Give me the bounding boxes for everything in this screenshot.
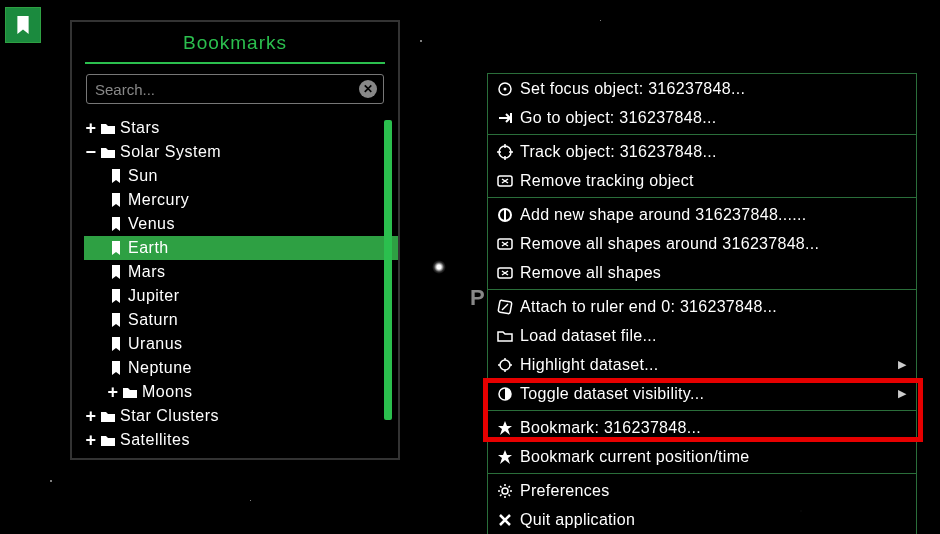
menu-item-label: Remove all shapes: [520, 264, 661, 282]
menu-item[interactable]: Attach to ruler end 0: 316237848...: [488, 292, 916, 321]
expander-icon[interactable]: +: [106, 383, 120, 401]
tree-label: Mercury: [128, 191, 189, 209]
tree-label: Jupiter: [128, 287, 180, 305]
remove-icon: [496, 172, 514, 190]
menu-item-label: Toggle dataset visibility...: [520, 385, 704, 403]
bookmark-icon: [108, 192, 124, 208]
menu-item[interactable]: Preferences: [488, 476, 916, 505]
tree-label: Star Clusters: [120, 407, 219, 425]
tree-item[interactable]: Earth: [84, 236, 398, 260]
bookmark-icon: [108, 264, 124, 280]
target-icon: [496, 80, 514, 98]
bookmark-tree: +Stars−Solar SystemSunMercuryVenusEarthM…: [72, 112, 398, 450]
crosshair-icon: [496, 143, 514, 161]
tree-label: Earth: [128, 239, 169, 257]
menu-item[interactable]: Load dataset file...: [488, 321, 916, 350]
menu-item[interactable]: Highlight dataset...▶: [488, 350, 916, 379]
ruler-icon: [496, 298, 514, 316]
tree-label: Stars: [120, 119, 160, 137]
remove-icon: [496, 235, 514, 253]
menu-separator: [488, 134, 916, 135]
tree-label: Mars: [128, 263, 166, 281]
tree-folder[interactable]: −Solar System: [84, 140, 398, 164]
tree-folder[interactable]: +Star Clusters: [84, 404, 398, 428]
expander-icon[interactable]: −: [84, 143, 98, 161]
menu-item[interactable]: Add new shape around 316237848......: [488, 200, 916, 229]
menu-item-label: Remove tracking object: [520, 172, 694, 190]
menu-separator: [488, 289, 916, 290]
menu-item[interactable]: Track object: 316237848...: [488, 137, 916, 166]
menu-item-label: Attach to ruler end 0: 316237848...: [520, 298, 777, 316]
tree-label: Moons: [142, 383, 193, 401]
menu-item-label: Highlight dataset...: [520, 356, 659, 374]
menu-item-label: Load dataset file...: [520, 327, 657, 345]
tree-label: Neptune: [128, 359, 192, 377]
tree-item[interactable]: Neptune: [84, 356, 398, 380]
star-icon: [496, 448, 514, 466]
search-input[interactable]: [87, 81, 359, 98]
tree-item[interactable]: Mars: [84, 260, 398, 284]
menu-item[interactable]: Set focus object: 316237848...: [488, 74, 916, 103]
tree-label: Sun: [128, 167, 158, 185]
menu-item-label: Go to object: 316237848...: [520, 109, 716, 127]
menu-item[interactable]: Remove tracking object: [488, 166, 916, 195]
svg-point-9: [500, 360, 510, 370]
bookmark-icon: [108, 288, 124, 304]
toggle-icon: [496, 385, 514, 403]
menu-item-label: Quit application: [520, 511, 635, 529]
panel-title: Bookmarks: [72, 22, 398, 62]
submenu-arrow-icon: ▶: [898, 358, 906, 371]
remove-icon: [496, 264, 514, 282]
tree-label: Uranus: [128, 335, 183, 353]
context-menu: Set focus object: 316237848...Go to obje…: [487, 73, 917, 534]
search-box[interactable]: ✕: [86, 74, 384, 104]
goto-icon: [496, 109, 514, 127]
svg-point-1: [504, 87, 507, 90]
folder-icon: [100, 120, 116, 136]
folder-icon: [100, 432, 116, 448]
bookmark-icon: [14, 14, 32, 36]
tree-item[interactable]: Venus: [84, 212, 398, 236]
tree-item[interactable]: Jupiter: [84, 284, 398, 308]
svg-rect-2: [510, 113, 512, 123]
menu-separator: [488, 197, 916, 198]
expander-icon[interactable]: +: [84, 119, 98, 137]
submenu-arrow-icon: ▶: [898, 387, 906, 400]
menu-item[interactable]: Bookmark: 316237848...: [488, 413, 916, 442]
menu-separator: [488, 473, 916, 474]
tree-item[interactable]: Mercury: [84, 188, 398, 212]
tree-folder[interactable]: +Satellites: [84, 428, 398, 450]
tree-item[interactable]: Sun: [84, 164, 398, 188]
expander-icon[interactable]: +: [84, 407, 98, 425]
menu-item[interactable]: Bookmark current position/time: [488, 442, 916, 471]
central-star: [432, 260, 446, 274]
bookmark-tool-button[interactable]: [5, 7, 41, 43]
bookmarks-panel: Bookmarks ✕ +Stars−Solar SystemSunMercur…: [70, 20, 400, 460]
tree-folder[interactable]: +Stars: [84, 116, 398, 140]
menu-item[interactable]: Remove all shapes around 316237848...: [488, 229, 916, 258]
bookmark-icon: [108, 360, 124, 376]
menu-item[interactable]: Quit application: [488, 505, 916, 534]
menu-item-label: Add new shape around 316237848......: [520, 206, 807, 224]
menu-item[interactable]: Go to object: 316237848...: [488, 103, 916, 132]
menu-item-label: Set focus object: 316237848...: [520, 80, 745, 98]
tree-item[interactable]: Uranus: [84, 332, 398, 356]
tree-label: Saturn: [128, 311, 178, 329]
menu-item[interactable]: Remove all shapes: [488, 258, 916, 287]
scrollbar[interactable]: [384, 120, 392, 420]
menu-item[interactable]: Toggle dataset visibility...▶: [488, 379, 916, 408]
menu-item-label: Remove all shapes around 316237848...: [520, 235, 819, 253]
menu-separator: [488, 410, 916, 411]
tree-folder[interactable]: +Moons: [84, 380, 398, 404]
clear-search-icon[interactable]: ✕: [359, 80, 377, 98]
highlight-icon: [496, 356, 514, 374]
bookmark-icon: [108, 312, 124, 328]
close-icon: [496, 511, 514, 529]
folder-icon: [122, 384, 138, 400]
tree-item[interactable]: Saturn: [84, 308, 398, 332]
bg-object-label: P: [470, 285, 486, 311]
folder-icon: [100, 144, 116, 160]
menu-item-label: Bookmark current position/time: [520, 448, 750, 466]
expander-icon[interactable]: +: [84, 431, 98, 449]
tree-label: Venus: [128, 215, 175, 233]
